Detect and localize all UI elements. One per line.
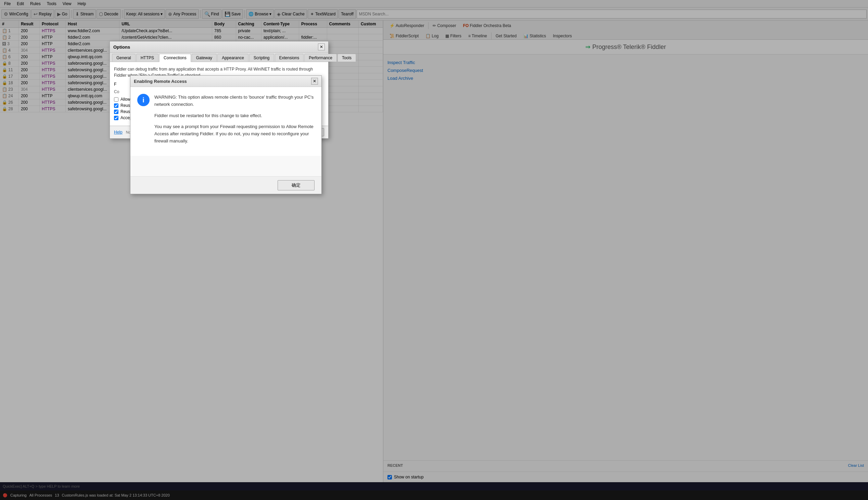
warning-text3: You may see a prompt from your Firewall … [154,123,314,145]
warning-close-button[interactable]: ✕ [311,78,318,84]
warning-text-block: WARNING: This option allows remote clien… [154,94,314,149]
tab-extensions[interactable]: Extensions [275,54,304,62]
warning-text1: WARNING: This option allows remote clien… [154,94,314,108]
options-tab-bar: General HTTPS Connections Gateway Appear… [110,53,328,62]
tab-connections[interactable]: Connections [159,54,191,62]
tab-gateway[interactable]: Gateway [192,54,217,62]
tab-performance[interactable]: Performance [304,54,337,62]
warning-title: Enabling Remote Access [134,79,187,84]
warning-footer: 确定 [130,177,321,194]
tab-https[interactable]: HTTPS [136,54,159,62]
warning-text2: Fiddler must be restarted for this chang… [154,112,314,120]
warning-ok-button[interactable]: 确定 [278,180,314,190]
tab-tools[interactable]: Tools [337,54,356,62]
warning-spacer [130,156,321,177]
options-title-bar: Options ✕ [110,42,328,53]
help-link[interactable]: Help [114,130,123,135]
fiddler-listens-label: F [114,82,116,87]
tab-appearance[interactable]: Appearance [217,54,248,62]
warning-title-bar: Enabling Remote Access ✕ [130,76,321,87]
reuse-client-checkbox[interactable] [114,103,118,108]
warning-dialog: Enabling Remote Access ✕ i WARNING: This… [130,75,322,194]
tab-general[interactable]: General [112,54,136,62]
tab-scripting[interactable]: Scripting [249,54,274,62]
options-title: Options [113,45,130,50]
allow-remote-checkbox[interactable] [114,97,118,102]
warning-body: i WARNING: This option allows remote cli… [130,87,321,156]
options-close-button[interactable]: ✕ [318,44,325,50]
warning-info-icon: i [137,94,150,106]
reuse-server-checkbox[interactable] [114,110,118,114]
accept-connect-checkbox[interactable] [114,116,118,120]
